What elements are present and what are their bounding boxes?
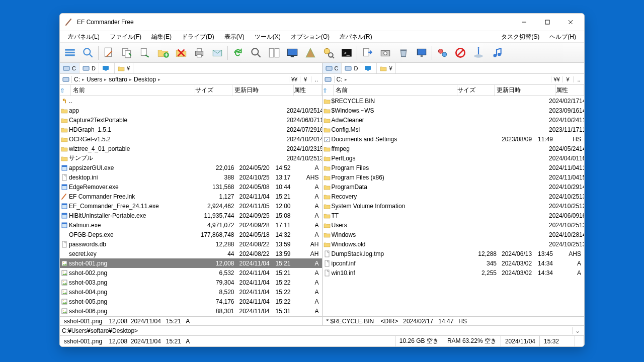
tool-diff[interactable] <box>265 44 283 61</box>
drive-button[interactable]: ¥ <box>377 63 395 73</box>
col-name[interactable]: 名前 <box>71 85 195 96</box>
file-row[interactable]: secret.key442024/08/2213:59AH <box>60 249 322 258</box>
drive-button[interactable] <box>99 63 115 73</box>
file-row[interactable]: ProgramData2024/10/2914:10H <box>323 182 585 192</box>
tool-move[interactable] <box>136 44 154 61</box>
tool-newfolder[interactable] <box>154 44 172 61</box>
left-header[interactable]: ⇧ 名前 サイズ 更新日時 属性 <box>60 85 322 96</box>
col-date[interactable]: 更新日時 <box>232 85 294 96</box>
file-row[interactable]: OCRGet-v1.5.22024/10/2014:40 <box>60 134 322 144</box>
file-row[interactable]: DumpStack.log.tmp12,2882024/06/1313:45AH… <box>323 249 585 258</box>
tool-mail[interactable] <box>208 44 226 61</box>
tool-pyramid[interactable] <box>301 44 319 61</box>
col-name[interactable]: 名前 <box>334 85 458 96</box>
tool-gears[interactable] <box>433 44 451 61</box>
file-row[interactable]: Recovery2024/10/2513:07H <box>323 192 585 201</box>
file-row[interactable]: sshot-005.png74,1762024/11/0415:22A <box>60 297 322 306</box>
file-row[interactable]: Config.Msi2023/11/1711:18HS <box>323 125 585 134</box>
left-panel-icon[interactable] <box>60 76 72 83</box>
col-attr[interactable]: 属性 <box>556 85 584 96</box>
file-row[interactable]: wiztree_4_01_portable2024/10/2315:15 <box>60 144 322 153</box>
right-panel-icon[interactable] <box>323 76 335 83</box>
file-row[interactable]: ipconf.inf3452024/03/0214:34A <box>323 258 585 268</box>
right-header[interactable]: ⇧ 名前 サイズ 更新日時 属性 <box>323 85 585 96</box>
right-filelist[interactable]: $RECYCLE.BIN2024/02/1714:47HS$Windows.~W… <box>323 96 585 316</box>
tool-delete[interactable] <box>172 44 190 61</box>
file-row[interactable]: sshot-002.png6,5322024/11/0415:21A <box>60 268 322 278</box>
file-row[interactable]: サンプル2024/10/2513:32A <box>60 153 322 163</box>
file-row[interactable]: Windows2024/10/2814:08 <box>323 230 585 239</box>
file-row[interactable]: EF Commander Free.lnk1,1272024/11/0415:2… <box>60 192 322 201</box>
file-row[interactable]: desktop.ini3882024/10/2513:17AHS <box>60 172 322 182</box>
drive-button[interactable]: C <box>323 63 342 73</box>
tool-list[interactable] <box>61 44 79 61</box>
file-row[interactable]: sshot-004.png8,5202024/11/0415:22A <box>60 287 322 297</box>
menu-item[interactable]: タスク切替(S) <box>496 32 544 42</box>
file-row[interactable]: sshot-001.png12,0082024/11/0415:21A <box>60 258 322 268</box>
maximize-button[interactable] <box>536 15 559 30</box>
breadcrumb-segment[interactable]: C: <box>337 76 343 83</box>
file-row[interactable]: appsizerGUI.exe22,0162024/05/2014:52A <box>60 163 322 172</box>
tool-search[interactable] <box>79 44 97 61</box>
up-arrow-icon[interactable]: ⇧ <box>323 85 334 96</box>
tool-edit[interactable] <box>100 44 118 61</box>
tool-screen[interactable] <box>283 44 301 61</box>
drive-button[interactable]: ¥ <box>115 63 133 73</box>
file-row[interactable]: ffmpeg2024/05/2414:24 <box>323 144 585 153</box>
file-row[interactable]: Windows.old2024/10/2513:16 <box>323 239 585 249</box>
right-breadcrumb[interactable]: C:▸ <box>335 76 551 83</box>
minimize-button[interactable] <box>513 15 536 30</box>
file-row[interactable]: OFGB-Deps.exe177,868,7482024/05/1814:32A <box>60 230 322 239</box>
file-row[interactable]: System Volume Information2024/10/2512:47… <box>323 201 585 211</box>
file-row[interactable]: EdgeRemover.exe131,5682024/05/0810:44A <box>60 182 322 192</box>
file-row[interactable]: AdwCleaner2024/10/2411:31 <box>323 115 585 125</box>
tool-block[interactable] <box>451 44 469 61</box>
file-row[interactable]: $Windows.~WS2023/09/1614:54H <box>323 106 585 115</box>
col-attr[interactable]: 属性 <box>294 85 322 96</box>
tool-print[interactable] <box>190 44 208 61</box>
file-row[interactable]: PerfLogs2024/04/0116:26 <box>323 153 585 163</box>
left-filelist[interactable]: ↰..app2024/10/2514:35ACapture2TextPortab… <box>60 96 322 316</box>
drive-button[interactable]: D <box>79 63 99 73</box>
col-size[interactable]: サイズ <box>457 85 495 96</box>
breadcrumb-segment[interactable]: softaro <box>109 76 127 83</box>
file-row[interactable]: $RECYCLE.BIN2024/02/1714:47HS <box>323 96 585 106</box>
tool-find[interactable] <box>247 44 265 61</box>
menu-item[interactable]: 左パネル(R) <box>335 32 377 42</box>
tool-refresh[interactable] <box>229 44 247 61</box>
tool-terminal[interactable]: >_ <box>338 44 356 61</box>
tool-monitor[interactable] <box>413 44 431 61</box>
menu-item[interactable]: 編集(E) <box>146 32 177 42</box>
file-row[interactable]: Capture2TextPortable2024/06/0711:12 <box>60 115 322 125</box>
menu-item[interactable]: ファイル(F) <box>105 32 146 42</box>
col-size[interactable]: サイズ <box>195 85 232 96</box>
file-row[interactable]: Program Files2024/11/0411:35R <box>323 163 585 172</box>
btn-up-r[interactable]: ¥ <box>562 76 573 82</box>
file-row[interactable]: HDGraph_1.5.12024/07/2916:00 <box>60 125 322 134</box>
close-button[interactable] <box>559 15 582 30</box>
menu-item[interactable]: ツール(X) <box>250 32 286 42</box>
file-row[interactable]: HiBitUninstaller-Portable.exe11,935,7442… <box>60 211 322 220</box>
tool-finduser[interactable] <box>319 44 338 61</box>
file-row[interactable]: TT2024/06/0916:23 <box>323 211 585 220</box>
tool-copy[interactable] <box>118 44 136 61</box>
menu-item[interactable]: 左パネル(L) <box>63 32 105 42</box>
file-row[interactable]: EF_Commander_Free_24.11.exe2,924,4622024… <box>60 201 322 211</box>
up-arrow-icon[interactable]: ⇧ <box>60 85 71 96</box>
file-row[interactable]: passwords.db12,2882024/08/2213:59AH <box>60 239 322 249</box>
file-row[interactable]: app2024/10/2514:35A <box>60 106 322 115</box>
drive-button[interactable]: D <box>342 63 361 73</box>
menu-item[interactable]: ヘルプ(H) <box>544 32 581 42</box>
file-row[interactable]: sshot-003.png79,3042024/11/0415:22A <box>60 278 322 287</box>
btn-dots[interactable]: .. <box>311 76 322 82</box>
menu-item[interactable]: 表示(V) <box>219 32 250 42</box>
menu-item[interactable]: ドライブ(D) <box>177 32 219 42</box>
tool-music[interactable] <box>488 44 506 61</box>
tool-camera[interactable] <box>376 44 394 61</box>
tool-export[interactable] <box>358 44 376 61</box>
file-row[interactable]: sshot-006.png88,3012024/11/0415:31A <box>60 306 322 316</box>
btn-dots-r[interactable]: .. <box>573 76 584 82</box>
file-row[interactable]: Kalmuri.exe4,971,0722024/09/2817:11A <box>60 220 322 230</box>
file-row[interactable]: Users2024/10/2513:09R <box>323 220 585 230</box>
btn-root-r[interactable]: ¥¥ <box>551 76 562 82</box>
